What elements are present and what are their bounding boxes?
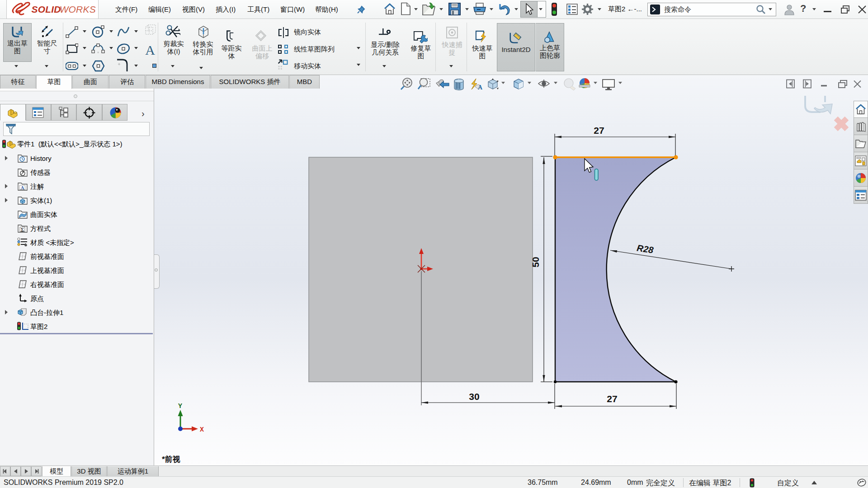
svg-text:30: 30 — [469, 391, 479, 402]
svg-text:27: 27 — [594, 125, 604, 136]
svg-text:*前视: *前视 — [162, 455, 181, 464]
svg-text:Σ: Σ — [21, 227, 24, 232]
svg-text:Y: Y — [178, 403, 182, 410]
svg-text:SOLID: SOLID — [32, 4, 61, 14]
svg-text:X: X — [200, 426, 204, 434]
svg-text:A: A — [21, 185, 24, 190]
svg-text:A: A — [478, 84, 483, 91]
svg-text:50: 50 — [530, 257, 541, 267]
svg-text:WORKS: WORKS — [60, 4, 96, 14]
svg-text:27: 27 — [607, 394, 617, 404]
